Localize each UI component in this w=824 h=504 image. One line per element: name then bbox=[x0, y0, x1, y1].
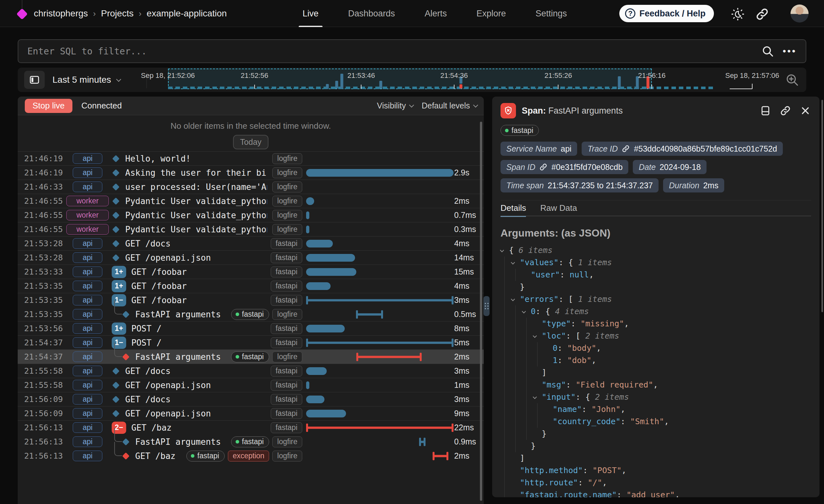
span-title-text: FastAPI arguments bbox=[548, 106, 623, 115]
table-row[interactable]: 21:53:56api1+POST /fastapi8ms bbox=[18, 321, 484, 335]
tag-fastapi[interactable]: fastapi bbox=[271, 422, 302, 433]
tag-label: fastapi bbox=[242, 437, 264, 446]
arguments-heading-text: Arguments: bbox=[501, 227, 558, 239]
link-icon[interactable] bbox=[780, 105, 791, 116]
table-row[interactable]: 21:54:37apiFastAPI argumentsfastapilogfi… bbox=[18, 349, 484, 364]
chip-span-id[interactable]: Span ID#0e31f5fd70e08cdb bbox=[501, 160, 628, 174]
tag-logfire[interactable]: logfire bbox=[272, 182, 302, 192]
table-row[interactable]: 21:56:13apiFastAPI argumentsfastapilogfi… bbox=[18, 434, 484, 448]
tag-logfire[interactable]: logfire bbox=[272, 210, 302, 221]
sidebar-toggle-button[interactable] bbox=[24, 71, 45, 89]
zoom-in-icon[interactable] bbox=[785, 73, 799, 87]
theme-toggle-icon[interactable] bbox=[731, 7, 745, 21]
table-row[interactable]: 21:53:35apiFastAPI argumentsfastapilogfi… bbox=[18, 307, 484, 321]
stop-live-button[interactable]: Stop live bbox=[25, 99, 73, 113]
table-row[interactable]: 21:53:28apiGET /docsfastapi4ms bbox=[18, 236, 484, 250]
table-row[interactable]: 21:46:55workerPydantic User validate_pyt… bbox=[18, 194, 484, 208]
indent-guide bbox=[515, 428, 516, 440]
tag-fastapi[interactable]: fastapi bbox=[186, 450, 225, 462]
collapse-badge[interactable]: 1+ bbox=[112, 280, 126, 292]
tag-fastapi[interactable]: fastapi bbox=[271, 295, 302, 306]
tag-fastapi[interactable]: fastapi bbox=[231, 436, 270, 447]
today-button[interactable]: Today bbox=[233, 135, 269, 149]
tag-fastapi[interactable]: fastapi bbox=[271, 238, 302, 249]
search-icon[interactable] bbox=[761, 45, 774, 58]
duration-whisker-bar bbox=[356, 313, 383, 315]
duration-bar bbox=[306, 211, 309, 219]
time-range-dropdown[interactable]: Last 5 minutes bbox=[53, 68, 120, 92]
table-row[interactable]: 21:56:09apiGET /docsfastapi3ms bbox=[18, 392, 484, 406]
tag-fastapi[interactable]: fastapi bbox=[271, 408, 302, 419]
tag-exception[interactable]: exception bbox=[228, 450, 269, 462]
row-tags: fastapi bbox=[271, 267, 302, 278]
detail-tab-raw-data[interactable]: Raw Data bbox=[540, 200, 577, 216]
collapse-badge[interactable]: 1+ bbox=[112, 266, 126, 278]
table-row[interactable]: 21:53:35api1−GET /foobarfastapi3ms bbox=[18, 293, 484, 307]
nav-tab-alerts[interactable]: Alerts bbox=[425, 0, 447, 27]
more-dots-icon[interactable]: ••• bbox=[783, 46, 797, 57]
tag-logfire[interactable]: logfire bbox=[272, 167, 302, 178]
table-row[interactable]: 21:46:55workerPydantic User validate_pyt… bbox=[18, 208, 484, 222]
avatar[interactable] bbox=[791, 4, 809, 22]
row-main: Asking the user for their birtlogfire bbox=[112, 166, 306, 180]
detail-tab-details[interactable]: Details bbox=[501, 200, 526, 216]
window-scrollbar[interactable] bbox=[821, 100, 823, 312]
logfire-logo-icon[interactable] bbox=[16, 8, 28, 20]
sql-filter-input[interactable] bbox=[18, 46, 761, 57]
nav-tab-live[interactable]: Live bbox=[303, 0, 319, 27]
row-main: user processed: User(name='Annlogfire bbox=[112, 180, 306, 194]
table-row[interactable]: 21:46:19apiAsking the user for their bir… bbox=[18, 166, 484, 180]
table-row[interactable]: 21:55:58apiGET /docsfastapi3ms bbox=[18, 364, 484, 378]
nav-tab-settings[interactable]: Settings bbox=[536, 0, 567, 27]
tag-logfire[interactable]: logfire bbox=[272, 224, 302, 235]
table-row[interactable]: 21:55:58apiGET /openapi.jsonfastapi1ms bbox=[18, 378, 484, 392]
table-row[interactable]: 21:53:28apiGET /openapi.jsonfastapi14ms bbox=[18, 250, 484, 265]
tag-fastapi[interactable]: fastapi bbox=[271, 281, 302, 292]
table-row[interactable]: 21:53:33api1+GET /foobarfastapi15ms bbox=[18, 265, 484, 279]
chip-trace-id[interactable]: Trace ID#53ddc40980a86b57bfe89c1cc01c752… bbox=[582, 141, 783, 156]
row-service: api bbox=[64, 408, 112, 419]
tag-fastapi[interactable]: fastapi bbox=[271, 252, 302, 263]
duration-whisker-bar bbox=[306, 341, 453, 344]
tag-fastapi[interactable]: fastapi bbox=[231, 309, 270, 320]
tag-logfire[interactable]: logfire bbox=[272, 153, 302, 164]
tag-fastapi[interactable]: fastapi bbox=[271, 323, 302, 334]
tag-fastapi[interactable]: fastapi bbox=[271, 394, 302, 405]
nav-tab-dashboards[interactable]: Dashboards bbox=[348, 0, 395, 27]
tag-logfire[interactable]: logfire bbox=[272, 450, 302, 462]
tag-fastapi[interactable]: fastapi bbox=[231, 351, 270, 363]
nav-tab-explore[interactable]: Explore bbox=[476, 0, 506, 27]
tag-fastapi[interactable]: fastapi bbox=[271, 267, 302, 278]
tag-logfire[interactable]: logfire bbox=[272, 309, 302, 320]
tag-logfire[interactable]: logfire bbox=[272, 351, 302, 363]
tag-fastapi[interactable]: fastapi bbox=[271, 337, 302, 348]
left-panel-scrollbar[interactable] bbox=[480, 122, 482, 501]
split-panel-icon[interactable] bbox=[760, 105, 771, 116]
default-levels-dropdown[interactable]: Default levels bbox=[422, 101, 477, 110]
table-row[interactable]: 21:46:19apiHello, world!logfire bbox=[18, 151, 484, 166]
table-row[interactable]: 21:46:55workerPydantic User validate_pyt… bbox=[18, 222, 484, 236]
visibility-dropdown[interactable]: Visibility bbox=[377, 101, 413, 110]
breadcrumb-projects[interactable]: Projects bbox=[101, 8, 133, 19]
fastapi-tag[interactable]: fastapi bbox=[501, 125, 539, 136]
table-row[interactable]: 21:54:37api1−POST /fastapi5ms bbox=[18, 335, 484, 349]
table-row[interactable]: 21:53:35api1+GET /foobarfastapi4ms bbox=[18, 279, 484, 293]
panel-splitter-handle[interactable] bbox=[484, 296, 490, 316]
collapse-badge[interactable]: 1+ bbox=[112, 322, 126, 335]
tag-fastapi[interactable]: fastapi bbox=[271, 366, 302, 377]
sql-filter-bar: ••• bbox=[18, 39, 806, 63]
tag-logfire[interactable]: logfire bbox=[272, 196, 302, 207]
tag-fastapi[interactable]: fastapi bbox=[271, 380, 302, 391]
breadcrumb-project[interactable]: example-application bbox=[147, 8, 227, 19]
breadcrumb-account[interactable]: christophergs bbox=[34, 8, 88, 19]
table-row[interactable]: 21:56:09apiGET /openapi.jsonfastapi9ms bbox=[18, 406, 484, 420]
row-tags: fastapilogfire bbox=[231, 309, 302, 320]
tag-logfire[interactable]: logfire bbox=[272, 436, 302, 447]
feedback-help-button[interactable]: ? Feedback / Help bbox=[619, 5, 714, 22]
close-icon[interactable] bbox=[800, 105, 811, 116]
table-row[interactable]: 21:46:33apiuser processed: User(name='An… bbox=[18, 180, 484, 194]
link-icon[interactable] bbox=[755, 7, 769, 21]
table-row[interactable]: 21:56:13api2−GET /bazfastapi22ms bbox=[18, 420, 484, 434]
table-row[interactable]: 21:56:13apiGET /baz (fofastapiexceptionl… bbox=[18, 448, 484, 463]
timeline[interactable]: Sep 18, 21:52:0621:52:5621:53:4621:54:36… bbox=[150, 68, 777, 92]
